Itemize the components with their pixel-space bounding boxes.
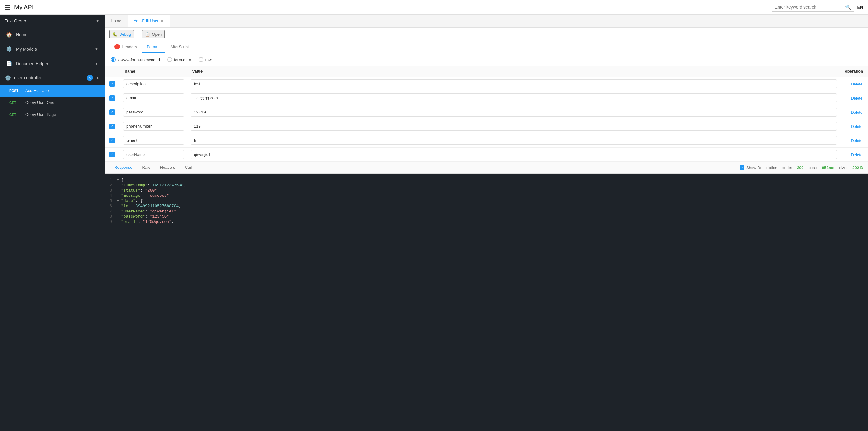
models-icon: ⚙️ <box>6 46 12 52</box>
controller-badge: 3 <box>87 75 93 81</box>
radio-raw[interactable]: raw <box>198 57 212 62</box>
response-tab-response-label: Response <box>114 165 132 170</box>
row-value-cell <box>187 148 840 162</box>
tab-add-edit-user[interactable]: Add-Edit User ✕ <box>128 15 170 27</box>
sub-tab-afterscript-label: AfterScript <box>170 44 189 49</box>
response-tab-headers[interactable]: Headers <box>155 162 180 174</box>
response-tab-response[interactable]: Response <box>110 162 137 174</box>
param-value-input[interactable] <box>191 122 837 131</box>
delete-button[interactable]: Delete <box>851 96 865 100</box>
line-toggle[interactable]: ▼ <box>117 178 121 182</box>
row-checkbox[interactable] <box>110 138 115 143</box>
line-number: 6 <box>104 204 117 209</box>
tab-add-edit-user-label: Add-Edit User <box>134 19 159 23</box>
response-tab-raw[interactable]: Raw <box>137 162 155 174</box>
api-item-get-query-user-one[interactable]: GET Query User One <box>0 96 104 109</box>
sub-tab-headers[interactable]: 1 Headers <box>110 41 142 53</box>
param-value-input[interactable] <box>191 150 837 159</box>
row-op-cell: Delete <box>840 148 868 162</box>
param-name-input[interactable] <box>123 107 184 117</box>
line-toggle[interactable]: ▼ <box>117 198 121 203</box>
row-name-cell <box>120 91 187 105</box>
api-label-add-edit-user: Add-Edit User <box>25 88 50 93</box>
param-value-input[interactable] <box>191 107 837 117</box>
radio-raw-label: raw <box>205 58 212 62</box>
main-content: Home Add-Edit User ✕ 🐛 Debug 📋 Open <box>104 15 868 431</box>
param-name-input[interactable] <box>123 93 184 102</box>
col-name: name <box>120 66 187 77</box>
delete-button[interactable]: Delete <box>851 110 865 115</box>
row-check-cell <box>104 77 120 91</box>
cost-value: 958ms <box>822 165 834 170</box>
sub-tab-params[interactable]: Params <box>142 41 165 53</box>
api-item-get-query-user-page[interactable]: GET Query User Page <box>0 109 104 121</box>
param-value-input[interactable] <box>191 79 837 88</box>
debug-button[interactable]: 🐛 Debug <box>110 30 134 38</box>
line-content: "email": "120@qq.com", <box>121 219 868 224</box>
controller-left: ⚙️ user-controller <box>5 75 41 81</box>
tabs-bar: Home Add-Edit User ✕ <box>104 15 868 28</box>
delete-button[interactable]: Delete <box>851 124 865 129</box>
cost-label: cost: <box>809 165 817 170</box>
row-name-cell <box>120 77 187 91</box>
param-name-input[interactable] <box>123 150 184 159</box>
sidebar-item-home[interactable]: 🏠 Home <box>0 27 104 42</box>
line-number: 7 <box>104 209 117 214</box>
tab-close-icon[interactable]: ✕ <box>160 19 163 23</box>
param-name-input[interactable] <box>123 122 184 131</box>
row-op-cell: Delete <box>840 119 868 133</box>
vertical-divider <box>138 30 138 39</box>
param-name-input[interactable] <box>123 79 184 88</box>
row-value-cell <box>187 133 840 148</box>
lang-button[interactable]: EN <box>857 5 863 10</box>
headers-badge: 1 <box>114 44 120 50</box>
tab-home-label: Home <box>111 19 121 23</box>
param-value-input[interactable] <box>191 93 837 102</box>
search-icon[interactable]: 🔍 <box>845 4 851 10</box>
row-check-cell <box>104 148 120 162</box>
param-value-input[interactable] <box>191 136 837 145</box>
row-name-cell <box>120 119 187 133</box>
controller-header[interactable]: ⚙️ user-controller 3 ▲ <box>0 71 104 85</box>
tab-home[interactable]: Home <box>104 15 128 27</box>
sidebar-item-document-helper[interactable]: 📄 DocumentHelper ▼ <box>0 56 104 71</box>
open-button[interactable]: 📋 Open <box>142 30 165 38</box>
search-box: 🔍 <box>772 3 854 12</box>
hamburger-icon[interactable] <box>5 5 10 9</box>
table-row: Delete <box>104 91 868 105</box>
row-checkbox[interactable] <box>110 124 115 129</box>
controller-icon: ⚙️ <box>5 75 11 81</box>
top-bar-left: My API <box>5 4 33 11</box>
code-label: code: <box>782 165 792 170</box>
radio-formdata[interactable]: form-data <box>167 57 191 62</box>
row-checkbox[interactable] <box>110 81 115 87</box>
delete-button[interactable]: Delete <box>851 138 865 143</box>
table-row: Delete <box>104 133 868 148</box>
group-name: Test Group <box>5 19 26 23</box>
radio-formdata-circle <box>167 57 172 62</box>
radio-urlencoded[interactable]: x-www-form-urlencoded <box>111 57 160 62</box>
code-line: 8 "password": "123456", <box>104 214 868 219</box>
sidebar: Test Group ▼ 🏠 Home ⚙️ My Models ▼ 📄 Doc… <box>0 15 104 431</box>
delete-button[interactable]: Delete <box>851 152 865 157</box>
sidebar-item-my-models[interactable]: ⚙️ My Models ▼ <box>0 42 104 56</box>
row-checkbox[interactable] <box>110 95 115 101</box>
show-description-toggle[interactable]: Show Description <box>740 165 777 170</box>
delete-button[interactable]: Delete <box>851 82 865 86</box>
sidebar-group-header[interactable]: Test Group ▼ <box>0 15 104 27</box>
code-line: 5▼ "data": { <box>104 198 868 204</box>
search-input[interactable] <box>775 5 842 9</box>
col-value: value <box>187 66 840 77</box>
show-desc-label: Show Description <box>746 165 777 170</box>
sub-tab-afterscript[interactable]: AfterScript <box>165 41 194 53</box>
row-checkbox[interactable] <box>110 152 115 157</box>
api-label-query-user-page: Query User Page <box>25 112 56 117</box>
response-tab-curl[interactable]: Curl <box>180 162 197 174</box>
method-get-badge-2: GET <box>9 113 22 117</box>
api-item-post-add-edit-user[interactable]: POST Add-Edit User <box>0 85 104 96</box>
param-name-input[interactable] <box>123 136 184 145</box>
row-checkbox[interactable] <box>110 110 115 115</box>
line-number: 2 <box>104 183 117 187</box>
row-op-cell: Delete <box>840 77 868 91</box>
top-bar: My API 🔍 EN <box>0 0 868 15</box>
